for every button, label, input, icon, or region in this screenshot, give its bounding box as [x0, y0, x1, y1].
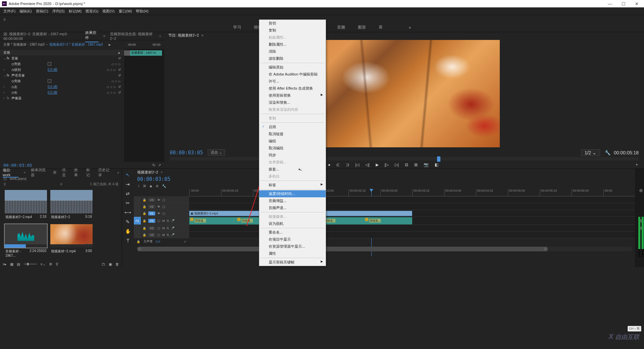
fx-play-icon[interactable]: ▶	[109, 43, 111, 46]
ctx-item[interactable]: 启用✓	[259, 123, 326, 131]
ctx-item[interactable]: 剪切	[259, 20, 326, 27]
expand-icon[interactable]: ⤢	[184, 240, 186, 243]
eye-icon[interactable]: 👁	[157, 205, 160, 208]
solo-button[interactable]: S	[167, 233, 169, 237]
voice-icon[interactable]: 🎤	[171, 233, 174, 237]
mark-out-icon[interactable]: ⊐	[346, 162, 349, 167]
lock-icon[interactable]: 🔒	[143, 233, 146, 237]
solo-button[interactable]: S	[167, 219, 169, 222]
stopwatch-icon[interactable]: ◷	[11, 85, 14, 89]
minimize-icon[interactable]: —	[608, 1, 612, 6]
ctx-item[interactable]: 同步	[259, 152, 326, 159]
time-ruler[interactable]: :00:0000:00:00:1500:00:01:0000:00:01:150…	[189, 189, 635, 196]
fx-keyframe-timeline[interactable]: 音频素材 - 1967.m	[124, 49, 164, 162]
track-a1[interactable]: A1	[148, 219, 155, 223]
reset-icon[interactable]: ↺	[118, 85, 121, 89]
ctx-item[interactable]: 波纹删除	[259, 55, 326, 62]
zoom-fit-dropdown[interactable]: 适合 ⌄	[208, 149, 225, 156]
reset-icon[interactable]: ↺	[118, 56, 121, 60]
mute-button[interactable]: M	[162, 227, 165, 230]
master-value[interactable]: 0.0	[156, 240, 160, 243]
ctx-item[interactable]: 设为脱机	[259, 220, 326, 227]
ctx-item[interactable]: 复制	[259, 27, 326, 34]
mute-button[interactable]: M	[162, 219, 165, 222]
resolution-dropdown[interactable]: 1/2 ⌄	[581, 149, 600, 156]
auto-icon[interactable]: ⚙	[49, 262, 52, 266]
extract-icon[interactable]: ⊞	[414, 162, 418, 167]
camera-icon[interactable]: 📷	[424, 162, 429, 167]
ctx-item[interactable]: 音频声道...	[259, 204, 326, 211]
go-in-icon[interactable]: |◁	[355, 162, 359, 167]
search-icon[interactable]: ⚲	[3, 182, 6, 187]
program-viewer[interactable]	[171, 40, 637, 147]
find-icon[interactable]: ⚲	[56, 262, 58, 266]
menu-view[interactable]: 视图(V)	[100, 9, 117, 14]
hand-tool-icon[interactable]: ✋	[125, 229, 131, 234]
source-patch-a1[interactable]: A1	[134, 217, 141, 225]
track-output-icon[interactable]: ▢	[157, 227, 160, 230]
ctx-item[interactable]: 显示剪辑关键帧▶	[259, 259, 326, 266]
mark-in-icon[interactable]: ⊏	[336, 162, 340, 167]
fx-icon[interactable]: fx	[7, 56, 11, 60]
bypass-checkbox[interactable]	[48, 79, 51, 83]
lock-icon[interactable]: 🔒	[143, 205, 146, 208]
slip-tool-icon[interactable]: ⟷	[124, 210, 131, 215]
timeline-timecode[interactable]: 00:00:03:05	[137, 176, 170, 182]
play-icon[interactable]: ▶	[376, 162, 379, 167]
wrench-icon[interactable]: 🔧	[605, 150, 610, 155]
fx-right-value[interactable]: 0.0 dB	[48, 91, 64, 94]
pen-tool-icon[interactable]: ✎	[126, 219, 130, 225]
project-item[interactable]: ▯▯视频素材2~2.mp42:18	[5, 190, 47, 221]
ctx-item[interactable]: 标签▶	[259, 182, 326, 189]
ctx-item[interactable]: 速度/持续时间...	[259, 190, 326, 197]
ripple-tool-icon[interactable]: ⇄	[126, 191, 130, 196]
stopwatch-icon[interactable]: ◷	[11, 80, 14, 83]
meter-knob[interactable]	[639, 189, 643, 192]
track-a2[interactable]: A2	[148, 226, 155, 230]
ws-graphics[interactable]: 图形	[358, 24, 366, 30]
mute-button[interactable]: M	[162, 233, 165, 237]
icon-view-icon[interactable]: ▦	[10, 262, 13, 266]
tab-audio-mixer[interactable]: 音频剪辑混合器: 视频素材2~2	[110, 32, 155, 41]
stopwatch-icon[interactable]: ◷	[11, 62, 14, 66]
project-item[interactable]: ▯▯视频素材~2.mp43:00	[50, 224, 93, 259]
fx-level-value[interactable]: 0.0 dB	[48, 68, 64, 71]
type-tool-icon[interactable]: T	[126, 238, 129, 243]
ctx-item[interactable]: 编辑原始	[259, 64, 326, 71]
eye-icon[interactable]: 👁	[157, 212, 160, 215]
sort-icon[interactable]: ≡⌄	[40, 262, 45, 266]
menu-clip[interactable]: 剪辑(C)	[34, 9, 50, 14]
reset-icon[interactable]: ↺	[118, 68, 121, 71]
collapse-icon[interactable]: ▲	[117, 51, 121, 54]
project-item[interactable]: ▯视频素材2~25:18	[50, 190, 93, 221]
lock-icon[interactable]: 🔒	[143, 198, 146, 202]
close-icon[interactable]: ✕	[635, 1, 639, 6]
fx-left-value[interactable]: 0.0 dB	[48, 85, 64, 89]
link-icon[interactable]: ⌘	[143, 184, 146, 188]
menu-edit[interactable]: 编辑(E)	[17, 9, 34, 14]
project-item[interactable]: 音频素材 - 1967...2:24:25920	[5, 224, 47, 259]
track-output-icon[interactable]: ▢	[157, 219, 160, 222]
panel-overflow-icon[interactable]: »	[159, 34, 161, 38]
ctx-item[interactable]: 在资源管理器中显示...	[259, 243, 326, 250]
ctx-item[interactable]: 许可...	[259, 78, 326, 85]
button-editor-icon[interactable]: +	[636, 162, 638, 167]
step-fwd-icon[interactable]: |▷	[385, 162, 389, 167]
bin-icon[interactable]: 🗀	[3, 177, 7, 181]
playhead[interactable]	[437, 156, 440, 162]
track-output-icon[interactable]: ▢	[162, 198, 165, 202]
ws-overflow-icon[interactable]: »	[409, 25, 411, 30]
solo-button[interactable]: S	[167, 227, 169, 230]
track-a3[interactable]: A3	[148, 233, 155, 237]
ws-audio[interactable]: 音频	[337, 24, 345, 30]
program-timecode[interactable]: 00:00:03:05	[170, 150, 203, 156]
settings-icon[interactable]: ⚙	[156, 184, 159, 188]
lift-icon[interactable]: ⊟	[405, 162, 408, 167]
new-bin-icon[interactable]: 🗀	[102, 262, 105, 266]
ctx-item[interactable]: 编组	[259, 138, 326, 145]
lock-icon[interactable]: 🔒	[143, 212, 146, 215]
lock-icon[interactable]: 🔒	[143, 227, 146, 230]
selection-tool-icon[interactable]: ↖	[126, 172, 130, 178]
ctx-item[interactable]: 重命名...	[259, 229, 326, 236]
ctx-item[interactable]: 取消编组	[259, 145, 326, 152]
